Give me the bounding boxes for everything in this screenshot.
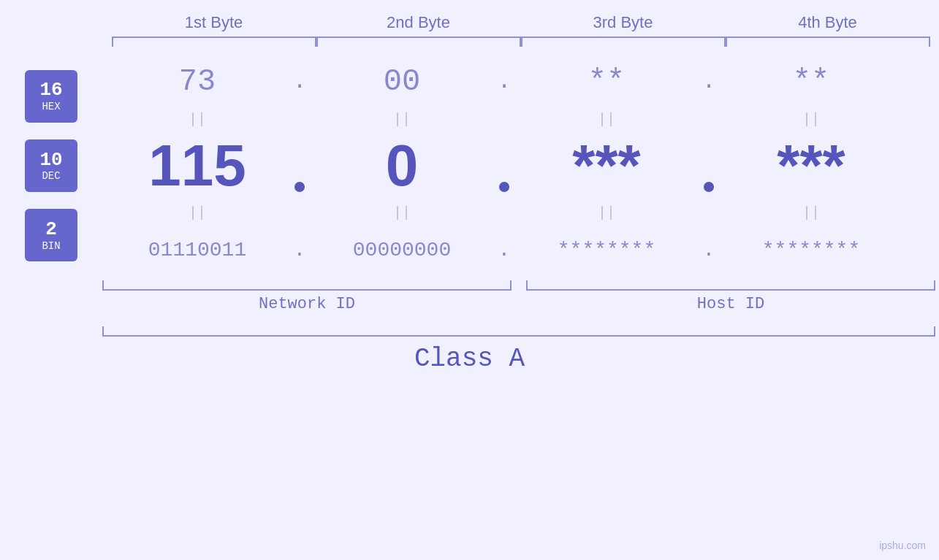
bottom-bracket-section: Network ID Host ID [0, 280, 939, 313]
class-label: Class A [414, 344, 525, 374]
dec-dot-2 [497, 182, 512, 199]
hex-badge-label: HEX [42, 101, 60, 112]
bracket-byte3 [521, 37, 726, 47]
data-rows: 73 . 00 . ** . ** || || [102, 54, 939, 277]
bin-row: 01110011 . 00000000 . ******** . *******… [102, 223, 921, 277]
bin-badge-label: BIN [42, 240, 60, 252]
byte2-header: 2nd Byte [316, 13, 521, 32]
hex-val-2: 00 [384, 64, 420, 99]
host-bracket [526, 280, 935, 291]
dec-val-4: *** [777, 132, 845, 199]
bottom-brackets [102, 280, 939, 291]
main-container: 1st Byte 2nd Byte 3rd Byte 4th Byte 16 H… [0, 0, 939, 560]
dec-val-3: *** [572, 132, 640, 199]
hex-cell-2: 00 [307, 64, 497, 99]
bin-val-4: ******** [762, 239, 860, 261]
hex-val-3: ** [588, 64, 625, 99]
hex-val-1: 73 [179, 64, 216, 99]
dec-badge: 10 DEC [25, 139, 77, 192]
dec-row: 115 0 *** *** [102, 129, 921, 202]
bin-val-2: 00000000 [353, 239, 451, 261]
host-id-label: Host ID [526, 295, 935, 313]
bin-dot-3: . [702, 239, 716, 261]
bin-dot-1: . [292, 239, 307, 261]
dec-dot-3 [702, 182, 716, 199]
hex-dot-3: . [702, 68, 716, 95]
dec-cell-2: 0 [307, 132, 497, 199]
hex-dot-1: . [292, 68, 307, 95]
bin-badge: 2 BIN [25, 209, 77, 261]
byte4-header: 4th Byte [726, 13, 930, 32]
eq-row-1: || || || || [102, 109, 921, 129]
dec-cell-3: *** [512, 132, 702, 199]
class-label-row: Class A [0, 344, 939, 374]
dec-val-2: 0 [386, 132, 419, 199]
hex-row: 73 . 00 . ** . ** [102, 54, 921, 109]
bottom-labels: Network ID Host ID [102, 295, 939, 313]
network-bracket [102, 280, 512, 291]
dec-dot-1 [292, 182, 307, 199]
dec-cell-4: *** [716, 132, 906, 199]
bracket-byte1 [112, 37, 316, 47]
byte-headers: 1st Byte 2nd Byte 3rd Byte 4th Byte [0, 13, 939, 32]
bin-dot-2: . [497, 239, 512, 261]
byte1-header: 1st Byte [112, 13, 316, 32]
hex-val-4: ** [793, 64, 829, 99]
bracket-byte4 [726, 37, 930, 47]
bin-cell-4: ******** [716, 239, 906, 261]
bin-val-1: 01110011 [148, 239, 246, 261]
full-bracket [102, 326, 935, 337]
bin-cell-1: 01110011 [102, 239, 292, 261]
hex-badge-number: 16 [39, 80, 62, 101]
bin-badge-number: 2 [45, 219, 57, 240]
eq-row-2: || || || || [102, 202, 921, 223]
dec-badge-label: DEC [42, 170, 60, 182]
hex-badge: 16 HEX [25, 70, 77, 123]
byte3-header: 3rd Byte [521, 13, 726, 32]
bin-cell-2: 00000000 [307, 239, 497, 261]
hex-cell-1: 73 [102, 64, 292, 99]
content-area: 16 HEX 10 DEC 2 BIN 73 . 00 [0, 54, 939, 277]
hex-dot-2: . [497, 68, 512, 95]
bin-cell-3: ******** [512, 239, 702, 261]
bin-val-3: ******** [558, 239, 655, 261]
bracket-byte2 [316, 37, 521, 47]
dec-val-1: 115 [148, 132, 246, 199]
dec-cell-1: 115 [102, 132, 292, 199]
hex-cell-3: ** [512, 64, 702, 99]
top-bracket-row [0, 37, 939, 47]
network-id-label: Network ID [102, 295, 512, 313]
badges-column: 16 HEX 10 DEC 2 BIN [0, 54, 102, 277]
watermark: ipshu.com [879, 540, 926, 551]
full-bracket-section [0, 326, 939, 337]
dec-badge-number: 10 [39, 150, 62, 171]
hex-cell-4: ** [716, 64, 906, 99]
